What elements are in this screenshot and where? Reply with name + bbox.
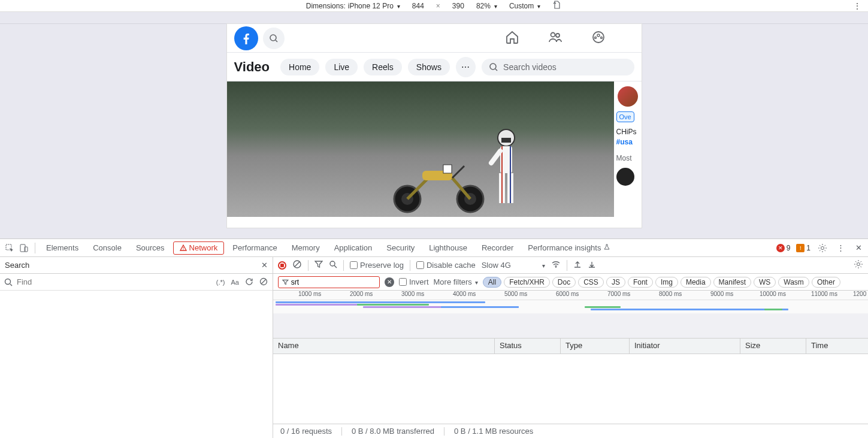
tab-live[interactable]: Live bbox=[325, 59, 358, 75]
col-type[interactable]: Type bbox=[561, 339, 630, 354]
tick: 6000 ms bbox=[556, 291, 579, 297]
search-icon[interactable] bbox=[329, 260, 337, 270]
tick: 11000 ms bbox=[811, 291, 837, 297]
zoom-dropdown[interactable]: 82% bbox=[476, 2, 497, 10]
tab-memory[interactable]: Memory bbox=[286, 239, 326, 257]
refresh-icon[interactable] bbox=[244, 276, 255, 288]
chip-media[interactable]: Media bbox=[681, 277, 711, 288]
chip-font[interactable]: Font bbox=[628, 277, 653, 288]
kebab-icon[interactable]: ⋮ bbox=[834, 242, 846, 254]
col-initiator[interactable]: Initiator bbox=[630, 339, 740, 354]
avatar[interactable] bbox=[618, 86, 638, 107]
inspect-icon[interactable] bbox=[4, 242, 16, 254]
chip-other[interactable]: Other bbox=[812, 277, 840, 288]
height-value[interactable]: 390 bbox=[452, 2, 464, 10]
chip-js[interactable]: JS bbox=[606, 277, 625, 288]
facebook-logo[interactable] bbox=[234, 26, 258, 50]
video-search[interactable]: Search videos bbox=[482, 59, 634, 75]
friends-icon[interactable] bbox=[548, 30, 562, 46]
dimensions-dropdown[interactable]: Dimensions: iPhone 12 Pro bbox=[306, 2, 400, 10]
filter-icon[interactable] bbox=[314, 260, 323, 270]
svg-point-7 bbox=[600, 37, 602, 39]
warning-count[interactable]: !1 bbox=[796, 244, 810, 252]
search-button[interactable] bbox=[263, 28, 285, 49]
filter-input[interactable] bbox=[291, 278, 376, 286]
close-icon[interactable]: ✕ bbox=[852, 242, 864, 254]
clear-filter-icon[interactable]: ✕ bbox=[385, 277, 394, 287]
timeline-overview[interactable]: 1000 ms 2000 ms 3000 ms 4000 ms 5000 ms … bbox=[273, 291, 868, 339]
custom-dropdown[interactable]: Custom bbox=[509, 2, 540, 10]
tab-shows[interactable]: Shows bbox=[408, 59, 450, 75]
chip-doc[interactable]: Doc bbox=[552, 277, 576, 288]
clear-icon[interactable] bbox=[292, 259, 302, 271]
device-mode-icon[interactable] bbox=[18, 242, 30, 254]
tab-more[interactable]: ⋯ bbox=[456, 57, 476, 77]
svg-point-2 bbox=[551, 33, 555, 37]
tab-performance[interactable]: Performance bbox=[226, 239, 283, 257]
col-time[interactable]: Time bbox=[806, 339, 868, 354]
chip-wasm[interactable]: Wasm bbox=[778, 277, 809, 288]
chip-fetch[interactable]: Fetch/XHR bbox=[504, 277, 550, 288]
clear-icon[interactable] bbox=[258, 276, 269, 288]
wifi-icon[interactable] bbox=[551, 259, 561, 271]
rotate-icon[interactable] bbox=[552, 0, 562, 11]
search-input[interactable] bbox=[17, 277, 211, 286]
tick: 2000 ms bbox=[350, 291, 373, 297]
chip-ws[interactable]: WS bbox=[754, 277, 776, 288]
throttle-dropdown[interactable]: Slow 4G bbox=[482, 261, 511, 270]
settings-icon[interactable] bbox=[854, 259, 863, 271]
side-hashtag[interactable]: #usa bbox=[616, 138, 633, 146]
tab-insights[interactable]: Performance insights bbox=[522, 239, 616, 257]
tab-elements[interactable]: Elements bbox=[40, 239, 84, 257]
download-icon[interactable] bbox=[588, 260, 596, 270]
disable-cache-checkbox[interactable]: Disable cache bbox=[416, 261, 476, 270]
tab-sources[interactable]: Sources bbox=[130, 239, 171, 257]
col-name[interactable]: Name bbox=[273, 339, 495, 354]
tab-application[interactable]: Application bbox=[328, 239, 379, 257]
caret-icon bbox=[396, 2, 400, 10]
tick: 10000 ms bbox=[760, 291, 786, 297]
case-toggle[interactable]: Aa bbox=[230, 277, 240, 287]
record-button[interactable] bbox=[278, 261, 286, 270]
tab-security[interactable]: Security bbox=[380, 239, 421, 257]
upload-icon[interactable] bbox=[573, 260, 582, 270]
chip-css[interactable]: CSS bbox=[578, 277, 604, 288]
preserve-log-checkbox[interactable]: Preserve log bbox=[350, 261, 404, 270]
width-value[interactable]: 844 bbox=[412, 2, 424, 10]
kebab-icon[interactable]: ⋮ bbox=[854, 2, 861, 10]
bar bbox=[357, 304, 429, 306]
tab-recorder[interactable]: Recorder bbox=[476, 239, 519, 257]
home-icon[interactable] bbox=[505, 30, 519, 46]
tab-network[interactable]: Network bbox=[173, 241, 225, 255]
more-filters-dropdown[interactable]: More filters bbox=[434, 277, 478, 286]
side-text-1: CHiPs bbox=[616, 127, 639, 137]
request-table: Name Status Type Initiator Size Time bbox=[273, 339, 868, 424]
caret-icon[interactable] bbox=[541, 261, 545, 270]
col-size[interactable]: Size bbox=[740, 339, 806, 354]
settings-icon[interactable] bbox=[816, 242, 828, 254]
col-status[interactable]: Status bbox=[495, 339, 561, 354]
ruler-area bbox=[0, 12, 868, 24]
tab-reels[interactable]: Reels bbox=[364, 59, 402, 75]
chip-all[interactable]: All bbox=[483, 277, 501, 288]
tab-home[interactable]: Home bbox=[280, 59, 319, 75]
tabs-right: ✕9 !1 ⋮ ✕ bbox=[776, 242, 864, 254]
regex-toggle[interactable]: (.*) bbox=[215, 277, 226, 287]
filter-input-box[interactable] bbox=[278, 276, 380, 288]
video-content: Ove CHiPs #usa Most bbox=[227, 81, 642, 217]
error-count[interactable]: ✕9 bbox=[776, 244, 791, 252]
svg-line-1 bbox=[276, 40, 277, 42]
close-icon[interactable]: ✕ bbox=[261, 261, 268, 270]
status-resources: 0 B / 1.1 MB resources bbox=[454, 427, 533, 436]
network-panel: Preserve log Disable cache Slow 4G ✕ Inv… bbox=[273, 257, 868, 438]
groups-icon[interactable] bbox=[591, 30, 606, 46]
video-player[interactable] bbox=[227, 81, 614, 217]
overview-badge[interactable]: Ove bbox=[616, 111, 634, 122]
tab-console[interactable]: Console bbox=[87, 239, 128, 257]
avatar-small[interactable] bbox=[616, 168, 634, 186]
mock-page: Video Home Live Reels Shows ⋯ Search vid… bbox=[227, 24, 642, 228]
chip-manifest[interactable]: Manifest bbox=[713, 277, 751, 288]
invert-checkbox[interactable]: Invert bbox=[399, 277, 429, 286]
chip-img[interactable]: Img bbox=[655, 277, 678, 288]
tab-lighthouse[interactable]: Lighthouse bbox=[423, 239, 473, 257]
